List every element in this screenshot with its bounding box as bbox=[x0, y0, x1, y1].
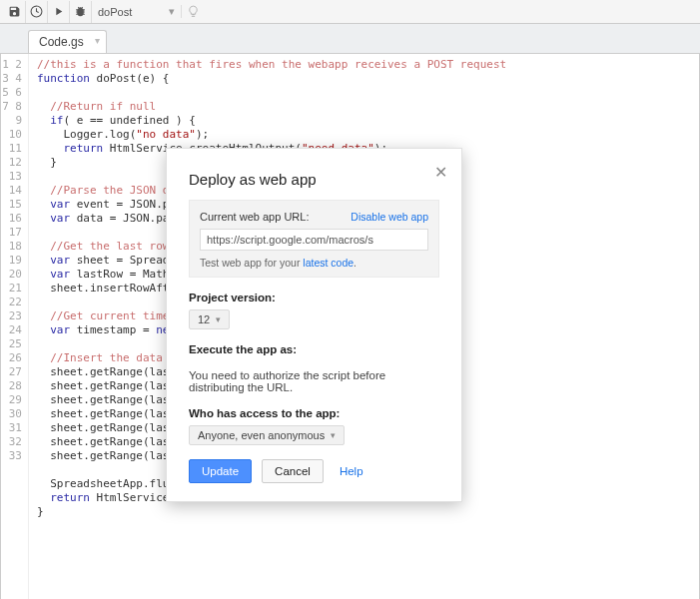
toolbar: doPost ▾ bbox=[0, 0, 700, 24]
close-button[interactable]: ✕ bbox=[434, 163, 447, 182]
close-icon: ✕ bbox=[434, 164, 447, 181]
clock-icon bbox=[30, 5, 43, 18]
function-select[interactable]: doPost ▾ bbox=[92, 5, 182, 18]
authorize-message: You need to authorize the script before … bbox=[189, 369, 439, 393]
save-button[interactable] bbox=[4, 1, 26, 23]
updown-icon: ▾ bbox=[331, 430, 336, 440]
file-tab[interactable]: Code.gs ▾ bbox=[28, 30, 107, 53]
execute-as-label: Execute the app as: bbox=[189, 343, 439, 355]
version-value: 12 bbox=[198, 313, 210, 325]
access-select[interactable]: Anyone, even anonymous ▾ bbox=[189, 425, 345, 445]
file-tab-label: Code.gs bbox=[39, 35, 84, 49]
save-icon bbox=[8, 5, 21, 18]
disable-webapp-link[interactable]: Disable web app bbox=[350, 211, 428, 223]
test-line: Test web app for your latest code. bbox=[200, 257, 428, 269]
access-label: Who has access to the app: bbox=[189, 407, 439, 419]
debug-button[interactable] bbox=[70, 1, 92, 23]
tab-strip: Code.gs ▾ bbox=[0, 24, 700, 53]
lightbulb-icon bbox=[187, 5, 200, 18]
tab-menu-caret-icon[interactable]: ▾ bbox=[95, 35, 100, 46]
history-button[interactable] bbox=[26, 1, 48, 23]
line-gutter: 1 2 3 4 5 6 7 8 9 10 11 12 13 14 15 16 1… bbox=[1, 54, 29, 599]
caret-down-icon: ▾ bbox=[169, 5, 175, 18]
version-label: Project version: bbox=[189, 292, 439, 303]
url-panel: Current web app URL: Disable web app Tes… bbox=[189, 200, 439, 278]
webapp-url-input[interactable] bbox=[200, 229, 428, 251]
access-value: Anyone, even anonymous bbox=[198, 429, 325, 441]
hint-button[interactable] bbox=[182, 1, 204, 23]
update-button[interactable]: Update bbox=[189, 459, 252, 483]
function-select-label: doPost bbox=[98, 6, 132, 18]
url-label: Current web app URL: bbox=[200, 211, 309, 223]
play-icon bbox=[52, 5, 65, 18]
version-select[interactable]: 12 ▾ bbox=[189, 309, 230, 329]
dialog-title: Deploy as web app bbox=[189, 171, 439, 188]
deploy-dialog: ✕ Deploy as web app Current web app URL:… bbox=[166, 148, 462, 502]
run-button[interactable] bbox=[48, 1, 70, 23]
latest-code-link[interactable]: latest code bbox=[303, 257, 353, 269]
updown-icon: ▾ bbox=[216, 314, 221, 324]
help-link[interactable]: Help bbox=[340, 465, 363, 477]
bug-icon bbox=[74, 5, 87, 18]
cancel-button[interactable]: Cancel bbox=[262, 459, 324, 483]
